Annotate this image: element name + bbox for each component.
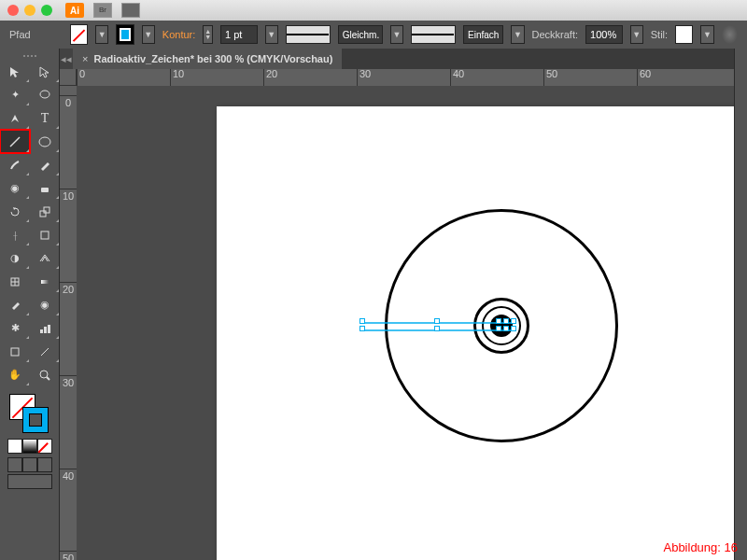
stroke-dropdown[interactable]: ▼ <box>142 25 155 44</box>
figure-caption: Abbildung: 16 <box>663 540 738 554</box>
draw-behind[interactable] <box>22 457 37 472</box>
opacity-dropdown[interactable]: ▼ <box>630 25 643 44</box>
fill-stroke-control[interactable] <box>0 392 59 437</box>
blob-brush-tool[interactable]: ◉ <box>0 176 30 200</box>
svg-rect-11 <box>40 329 43 333</box>
svg-rect-10 <box>41 280 49 284</box>
svg-line-16 <box>47 377 49 380</box>
ruler-horizontal[interactable]: 0 10 20 30 40 50 60 <box>77 69 734 86</box>
color-mode-gradient[interactable] <box>22 439 37 454</box>
fill-swatch[interactable] <box>70 24 88 45</box>
arrange-docs-icon[interactable] <box>121 3 140 18</box>
brush-preview[interactable] <box>411 25 456 44</box>
canvas[interactable] <box>77 86 734 560</box>
shape-builder-tool[interactable]: ◑ <box>0 246 30 270</box>
line-segment-tool[interactable] <box>0 130 30 153</box>
pen-tool[interactable] <box>0 106 30 130</box>
stroke-weight-input[interactable]: 1 pt <box>220 25 258 44</box>
stroke-label[interactable]: Kontur: <box>162 29 195 40</box>
stroke-swatch[interactable] <box>116 24 134 45</box>
hand-tool[interactable]: ✋ <box>0 363 30 386</box>
anchor-point[interactable] <box>434 326 440 331</box>
title-bar: Ai Br <box>0 0 747 21</box>
perspective-grid-tool[interactable] <box>30 246 60 270</box>
brush-label: Einfach <box>463 25 503 44</box>
tab-scroll-left[interactable]: ◂◂ <box>60 49 73 69</box>
svg-line-1 <box>10 137 20 147</box>
tools-panel: ✦ T ◉ ⟊ ◑ ◉ ✱ ✋ <box>0 49 60 560</box>
document-tab[interactable]: × Radioaktiv_Zeichen* bei 300 % (CMYK/Vo… <box>73 49 342 69</box>
selection-tool[interactable] <box>0 60 30 83</box>
svg-rect-12 <box>44 327 47 333</box>
brush-dropdown[interactable]: ▼ <box>511 25 524 44</box>
anchor-point[interactable] <box>511 318 516 324</box>
width-tool[interactable]: ⟊ <box>0 223 30 246</box>
zoom-tool[interactable] <box>30 363 60 386</box>
slice-tool[interactable] <box>30 340 60 363</box>
window-close[interactable] <box>7 5 19 16</box>
anchor-point[interactable] <box>359 318 365 324</box>
anchor-point[interactable] <box>503 318 509 324</box>
blend-tool[interactable]: ◉ <box>30 293 60 316</box>
ellipse-tool[interactable] <box>30 130 60 153</box>
free-transform-tool[interactable] <box>30 223 60 246</box>
style-label: Stil: <box>651 29 668 40</box>
style-dropdown[interactable]: ▼ <box>700 25 713 44</box>
anchor-point[interactable] <box>496 326 501 331</box>
color-mode-solid[interactable] <box>7 439 22 454</box>
direct-selection-tool[interactable] <box>30 60 60 83</box>
type-tool[interactable]: T <box>30 106 60 130</box>
doc-setup-icon[interactable] <box>722 25 738 44</box>
column-graph-tool[interactable] <box>30 316 60 340</box>
eyedropper-tool[interactable] <box>0 293 30 316</box>
svg-rect-6 <box>41 231 49 239</box>
screen-toggle[interactable] <box>0 474 59 489</box>
svg-point-0 <box>40 91 49 98</box>
bridge-icon[interactable]: Br <box>93 3 112 18</box>
gradient-tool[interactable] <box>30 270 60 293</box>
anchor-point[interactable] <box>496 318 501 324</box>
ruler-vertical[interactable]: 0 10 20 30 40 50 <box>60 86 77 560</box>
window-zoom[interactable] <box>41 5 52 16</box>
rotate-tool[interactable] <box>0 200 30 223</box>
anchor-point[interactable] <box>434 318 440 324</box>
stroke-box[interactable] <box>22 407 49 433</box>
style-swatch[interactable] <box>675 25 693 44</box>
window-minimize[interactable] <box>24 5 35 16</box>
tab-close-icon[interactable]: × <box>82 53 88 64</box>
draw-inside[interactable] <box>37 457 52 472</box>
svg-rect-4 <box>40 211 46 217</box>
pencil-tool[interactable] <box>30 153 60 176</box>
paintbrush-tool[interactable] <box>0 153 30 176</box>
stroke-weight-stepper[interactable]: ▲▼ <box>203 25 213 44</box>
scale-tool[interactable] <box>30 200 60 223</box>
document-area: ◂◂ × Radioaktiv_Zeichen* bei 300 % (CMYK… <box>60 49 747 560</box>
fill-dropdown[interactable]: ▼ <box>95 25 108 44</box>
profile-dropdown[interactable]: ▼ <box>390 25 403 44</box>
artboard-tool[interactable] <box>0 340 30 363</box>
eraser-tool[interactable] <box>30 176 60 200</box>
symbol-sprayer-tool[interactable]: ✱ <box>0 316 30 340</box>
profile-label: Gleichm. <box>338 25 383 44</box>
magic-wand-tool[interactable]: ✦ <box>0 83 30 106</box>
panel-handle[interactable] <box>0 52 59 60</box>
opacity-input[interactable]: 100% <box>585 25 623 44</box>
mesh-tool[interactable] <box>0 270 30 293</box>
stroke-weight-dropdown[interactable]: ▼ <box>265 25 278 44</box>
svg-point-15 <box>40 371 48 378</box>
svg-rect-14 <box>11 348 19 356</box>
svg-point-2 <box>39 137 50 147</box>
profile-preview[interactable] <box>286 25 331 44</box>
ruler-origin[interactable] <box>60 69 77 86</box>
anchor-point[interactable] <box>503 326 509 331</box>
lasso-tool[interactable] <box>30 83 60 106</box>
screen-mode-button[interactable] <box>7 474 52 489</box>
color-mode-row <box>0 439 59 454</box>
draw-normal[interactable] <box>7 457 22 472</box>
anchor-point[interactable] <box>511 326 516 331</box>
right-panel-collapsed[interactable] <box>734 49 747 560</box>
artboard[interactable] <box>217 106 734 560</box>
color-mode-none[interactable] <box>37 439 52 454</box>
anchor-point[interactable] <box>359 326 365 331</box>
opacity-label: Deckkraft: <box>532 29 579 40</box>
